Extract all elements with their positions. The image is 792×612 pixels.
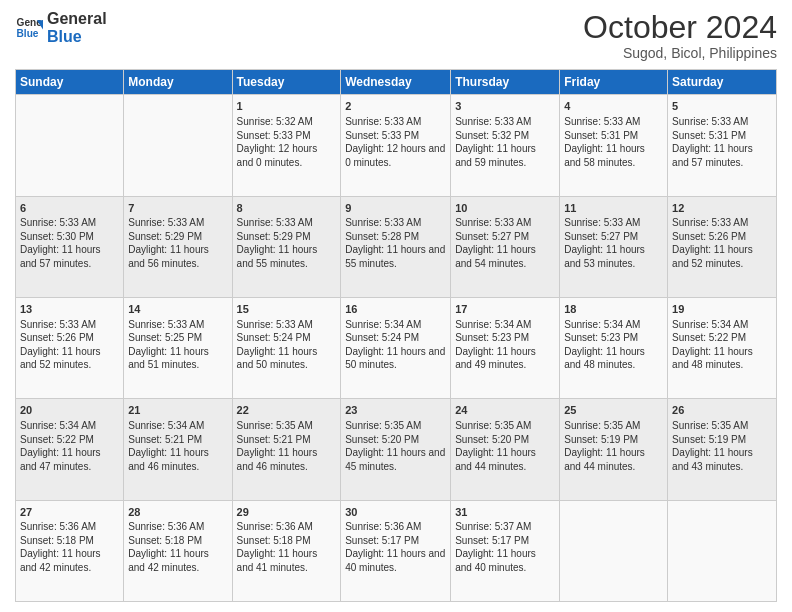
col-sunday: Sunday: [16, 70, 124, 95]
day-number: 25: [564, 403, 663, 418]
table-row: 28Sunrise: 5:36 AMSunset: 5:18 PMDayligh…: [124, 500, 232, 601]
table-row: 23Sunrise: 5:35 AMSunset: 5:20 PMDayligh…: [341, 399, 451, 500]
day-number: 2: [345, 99, 446, 114]
day-number: 3: [455, 99, 555, 114]
day-number: 24: [455, 403, 555, 418]
day-number: 23: [345, 403, 446, 418]
page: General Blue General Blue October 2024 S…: [0, 0, 792, 612]
logo: General Blue General Blue: [15, 10, 107, 45]
day-number: 16: [345, 302, 446, 317]
table-row: 4Sunrise: 5:33 AMSunset: 5:31 PMDaylight…: [560, 95, 668, 196]
day-number: 28: [128, 505, 227, 520]
table-row: 3Sunrise: 5:33 AMSunset: 5:32 PMDaylight…: [451, 95, 560, 196]
table-row: 26Sunrise: 5:35 AMSunset: 5:19 PMDayligh…: [668, 399, 777, 500]
table-row: 21Sunrise: 5:34 AMSunset: 5:21 PMDayligh…: [124, 399, 232, 500]
day-number: 27: [20, 505, 119, 520]
day-number: 6: [20, 201, 119, 216]
table-row: 31Sunrise: 5:37 AMSunset: 5:17 PMDayligh…: [451, 500, 560, 601]
col-monday: Monday: [124, 70, 232, 95]
table-row: 6Sunrise: 5:33 AMSunset: 5:30 PMDaylight…: [16, 196, 124, 297]
col-thursday: Thursday: [451, 70, 560, 95]
day-number: 9: [345, 201, 446, 216]
table-row: 15Sunrise: 5:33 AMSunset: 5:24 PMDayligh…: [232, 297, 341, 398]
day-number: 10: [455, 201, 555, 216]
day-number: 15: [237, 302, 337, 317]
col-friday: Friday: [560, 70, 668, 95]
table-row: 25Sunrise: 5:35 AMSunset: 5:19 PMDayligh…: [560, 399, 668, 500]
day-number: 19: [672, 302, 772, 317]
table-row: 12Sunrise: 5:33 AMSunset: 5:26 PMDayligh…: [668, 196, 777, 297]
day-number: 11: [564, 201, 663, 216]
col-wednesday: Wednesday: [341, 70, 451, 95]
col-saturday: Saturday: [668, 70, 777, 95]
table-row: 16Sunrise: 5:34 AMSunset: 5:24 PMDayligh…: [341, 297, 451, 398]
table-row: 29Sunrise: 5:36 AMSunset: 5:18 PMDayligh…: [232, 500, 341, 601]
svg-text:Blue: Blue: [17, 28, 39, 39]
table-row: 11Sunrise: 5:33 AMSunset: 5:27 PMDayligh…: [560, 196, 668, 297]
table-row: 27Sunrise: 5:36 AMSunset: 5:18 PMDayligh…: [16, 500, 124, 601]
table-row: 30Sunrise: 5:36 AMSunset: 5:17 PMDayligh…: [341, 500, 451, 601]
table-row: 22Sunrise: 5:35 AMSunset: 5:21 PMDayligh…: [232, 399, 341, 500]
table-row: [124, 95, 232, 196]
table-row: 17Sunrise: 5:34 AMSunset: 5:23 PMDayligh…: [451, 297, 560, 398]
day-number: 31: [455, 505, 555, 520]
table-row: 10Sunrise: 5:33 AMSunset: 5:27 PMDayligh…: [451, 196, 560, 297]
col-tuesday: Tuesday: [232, 70, 341, 95]
day-number: 22: [237, 403, 337, 418]
day-number: 13: [20, 302, 119, 317]
day-number: 5: [672, 99, 772, 114]
table-row: 7Sunrise: 5:33 AMSunset: 5:29 PMDaylight…: [124, 196, 232, 297]
table-row: 20Sunrise: 5:34 AMSunset: 5:22 PMDayligh…: [16, 399, 124, 500]
table-row: 13Sunrise: 5:33 AMSunset: 5:26 PMDayligh…: [16, 297, 124, 398]
table-row: 8Sunrise: 5:33 AMSunset: 5:29 PMDaylight…: [232, 196, 341, 297]
day-number: 21: [128, 403, 227, 418]
table-row: [16, 95, 124, 196]
day-number: 18: [564, 302, 663, 317]
table-row: [668, 500, 777, 601]
day-number: 1: [237, 99, 337, 114]
logo-icon: General Blue: [15, 14, 43, 42]
table-row: 5Sunrise: 5:33 AMSunset: 5:31 PMDaylight…: [668, 95, 777, 196]
table-row: [560, 500, 668, 601]
logo-blue: Blue: [47, 28, 107, 46]
day-number: 26: [672, 403, 772, 418]
day-number: 7: [128, 201, 227, 216]
day-number: 17: [455, 302, 555, 317]
table-row: 2Sunrise: 5:33 AMSunset: 5:33 PMDaylight…: [341, 95, 451, 196]
logo-general: General: [47, 10, 107, 28]
day-number: 4: [564, 99, 663, 114]
day-number: 8: [237, 201, 337, 216]
header: General Blue General Blue October 2024 S…: [15, 10, 777, 61]
day-number: 14: [128, 302, 227, 317]
day-number: 20: [20, 403, 119, 418]
table-row: 18Sunrise: 5:34 AMSunset: 5:23 PMDayligh…: [560, 297, 668, 398]
day-number: 12: [672, 201, 772, 216]
table-row: 9Sunrise: 5:33 AMSunset: 5:28 PMDaylight…: [341, 196, 451, 297]
location: Sugod, Bicol, Philippines: [583, 45, 777, 61]
month-title: October 2024: [583, 10, 777, 45]
header-row: Sunday Monday Tuesday Wednesday Thursday…: [16, 70, 777, 95]
title-section: October 2024 Sugod, Bicol, Philippines: [583, 10, 777, 61]
calendar-table: Sunday Monday Tuesday Wednesday Thursday…: [15, 69, 777, 602]
day-number: 29: [237, 505, 337, 520]
table-row: 19Sunrise: 5:34 AMSunset: 5:22 PMDayligh…: [668, 297, 777, 398]
table-row: 14Sunrise: 5:33 AMSunset: 5:25 PMDayligh…: [124, 297, 232, 398]
day-number: 30: [345, 505, 446, 520]
table-row: 1Sunrise: 5:32 AMSunset: 5:33 PMDaylight…: [232, 95, 341, 196]
table-row: 24Sunrise: 5:35 AMSunset: 5:20 PMDayligh…: [451, 399, 560, 500]
